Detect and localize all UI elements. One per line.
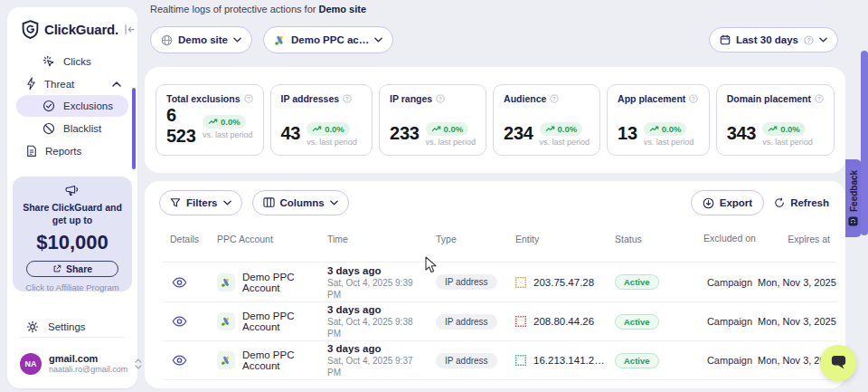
stat-label: App placement xyxy=(618,93,685,104)
type-cell: IP address xyxy=(429,274,508,290)
info-icon[interactable] xyxy=(244,94,253,103)
change-badge: 0.0% xyxy=(762,122,806,136)
expires-at-cell: Mon, Nov 3, 2025 xyxy=(758,277,844,288)
stat-value: 233 xyxy=(390,123,419,144)
status-cell: Active xyxy=(608,314,702,330)
info-icon[interactable] xyxy=(343,94,352,103)
blocked-circle-icon xyxy=(42,122,55,135)
table-row: 3 days ago xyxy=(163,379,837,388)
google-ads-icon xyxy=(217,273,235,292)
sidebar-item-exclusions[interactable]: Exclusions xyxy=(16,95,128,117)
col-header-type[interactable]: Type xyxy=(429,234,508,244)
site-filter-label: Demo site xyxy=(178,34,228,45)
columns-dropdown[interactable]: Columns xyxy=(252,190,349,215)
col-header-ppc-account[interactable]: PPC Account xyxy=(210,234,320,244)
site-filter-dropdown[interactable]: Demo site xyxy=(150,26,252,53)
col-header-expires-at[interactable]: Expires at xyxy=(758,234,837,244)
stat-caption: vs. last period xyxy=(426,138,476,147)
sidebar-item-reports[interactable]: Reports xyxy=(7,139,137,162)
promo-title-line2: get up to xyxy=(13,214,132,226)
stat-card-total-exclusions: Total exclusions 6 523 0.0% vs. last per… xyxy=(156,84,264,156)
stat-value: 234 xyxy=(504,123,533,144)
settings-label: Settings xyxy=(48,321,86,332)
ip-identicon xyxy=(515,277,526,288)
stat-label: IP addresses xyxy=(281,93,340,104)
chevron-down-icon xyxy=(233,37,241,43)
sidebar-collapse-icon[interactable] xyxy=(124,24,136,34)
status-cell: Active xyxy=(608,274,702,290)
clickguard-app: ClickGuard. Clicks Threat xyxy=(0,0,868,392)
chevron-down-icon xyxy=(819,37,827,43)
info-icon[interactable] xyxy=(689,94,698,103)
entity-cell: 203.75.47.28 xyxy=(508,277,608,288)
time-cell: 3 days ago Sat, Oct 4, 2025 9:37 PM xyxy=(320,342,429,378)
table-row: Demo PPC Account 3 days ago Sat, Oct 4, … xyxy=(163,340,837,379)
filters-dropdown[interactable]: Filters xyxy=(159,190,242,215)
sidebar-item-clicks[interactable]: Clicks xyxy=(7,50,137,72)
funnel-icon xyxy=(170,197,181,208)
click-icon xyxy=(42,55,55,68)
info-icon[interactable] xyxy=(550,94,559,103)
stat-value: 343 xyxy=(727,123,756,144)
sidebar-item-blacklist[interactable]: Blacklist xyxy=(7,117,137,139)
feedback-smiley-icon xyxy=(849,216,859,226)
stat-value: 13 xyxy=(618,123,637,144)
col-header-status[interactable]: Status xyxy=(608,234,702,244)
col-header-time[interactable]: Time xyxy=(320,234,429,244)
excluded-on-cell: Campaign xyxy=(702,277,758,288)
col-header-entity[interactable]: Entity xyxy=(508,234,608,244)
change-badge: 0.0% xyxy=(307,122,350,136)
promo-footer[interactable]: Click to Affiliate Program xyxy=(13,282,132,292)
export-button[interactable]: Export xyxy=(691,190,764,215)
date-range-dropdown[interactable]: Last 30 days xyxy=(709,27,838,53)
view-details-button[interactable] xyxy=(163,355,210,366)
logo-text: ClickGuard. xyxy=(44,22,118,37)
share-button[interactable]: Share xyxy=(26,261,118,277)
page-subtitle: Realtime logs of protective actions for … xyxy=(150,4,366,14)
account-filter-dropdown[interactable]: Demo PPC ac… xyxy=(263,26,393,53)
stat-caption: vs. last period xyxy=(762,138,813,147)
stat-caption: vs. last period xyxy=(644,138,694,147)
columns-icon xyxy=(263,197,275,207)
time-cell: 3 days ago Sat, Oct 4, 2025 9:38 PM xyxy=(320,303,429,339)
stat-caption: vs. last period xyxy=(203,130,253,139)
sidebar: ClickGuard. Clicks Threat xyxy=(7,7,137,388)
table-toolbar: Filters Columns Export xyxy=(159,190,829,215)
table-row: Demo PPC Account 3 days ago Sat, Oct 4, … xyxy=(163,301,837,340)
user-email: naatali.ro@gmail.com xyxy=(49,365,127,375)
google-ads-icon xyxy=(274,34,286,46)
chat-bubble-icon xyxy=(829,355,848,372)
view-details-button[interactable] xyxy=(163,316,210,327)
subtitle-prefix: Realtime logs of protective actions for xyxy=(150,4,318,14)
view-details-button[interactable] xyxy=(163,277,210,288)
sidebar-scrollbar-thumb[interactable] xyxy=(132,88,136,169)
user-menu[interactable]: NA gmail.com naatali.ro@gmail.com xyxy=(7,349,137,378)
affiliate-promo-card: Share ClickGuard and get up to $10,000 S… xyxy=(13,177,132,292)
chat-widget-button[interactable] xyxy=(820,345,856,381)
date-range-label: Last 30 days xyxy=(736,34,798,45)
excluded-on-cell: Campaign xyxy=(702,316,758,327)
col-header-details[interactable]: Details xyxy=(163,234,210,244)
stat-value: 6 523 xyxy=(166,105,196,147)
gear-icon xyxy=(26,320,39,333)
sidebar-item-settings[interactable]: Settings xyxy=(7,315,137,339)
stat-label: Audience xyxy=(504,93,546,104)
filters-label: Filters xyxy=(186,197,218,208)
chevron-up-icon xyxy=(112,81,121,87)
feedback-tab[interactable]: Feedback xyxy=(845,159,862,237)
chevron-down-icon xyxy=(223,200,231,206)
logo-row: ClickGuard. xyxy=(7,7,137,39)
refresh-icon xyxy=(774,197,785,208)
info-icon[interactable] xyxy=(815,94,824,103)
page-scrollbar-thumb[interactable] xyxy=(861,51,868,235)
trend-up-icon xyxy=(768,126,778,132)
stat-card-ip-ranges: IP ranges 233 0.0% vs. last period xyxy=(379,84,486,156)
trend-up-icon xyxy=(649,126,659,132)
info-icon[interactable] xyxy=(436,94,445,103)
stat-card-ip-addresses: IP addresses 43 0.0% vs. last period xyxy=(270,84,373,156)
refresh-button[interactable]: Refresh xyxy=(774,197,829,208)
sidebar-item-label: Reports xyxy=(45,146,81,157)
col-header-excluded-on[interactable]: Excluded on xyxy=(702,233,758,244)
columns-label: Columns xyxy=(280,197,325,208)
sidebar-item-threat[interactable]: Threat xyxy=(7,72,137,95)
